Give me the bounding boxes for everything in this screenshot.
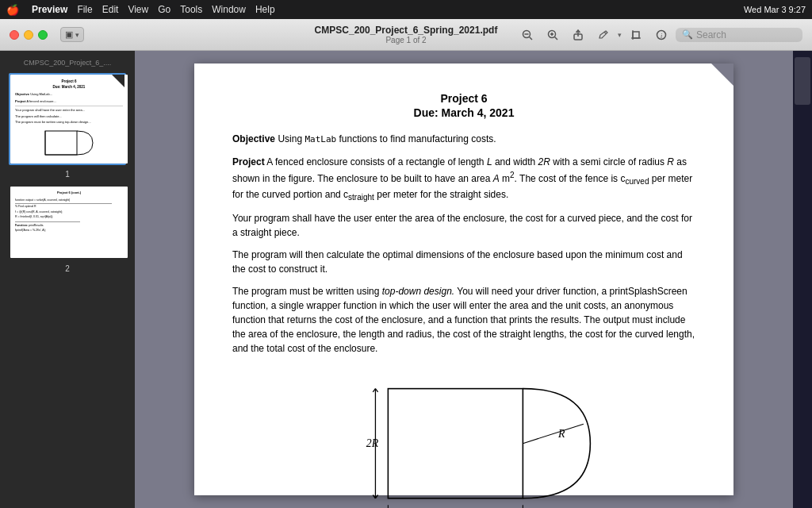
project-text1: A fenced enclosure consists of a rectang… (266, 156, 487, 167)
menu-help[interactable]: Help (255, 4, 275, 15)
menubar-time: Wed Mar 3 9:27 (744, 5, 806, 14)
chevron-down-icon: ▾ (75, 31, 79, 39)
menubar-right: Wed Mar 3 9:27 (744, 5, 806, 14)
objective-para: Objective Using MatLab functions to find… (232, 132, 695, 147)
content-area: CMPSC_200_Project_6_.... Project 6Due: M… (0, 51, 812, 508)
pdf-subtitle: Due: March 4, 2021 (232, 106, 695, 119)
project-para: Project A fenced enclosure consists of a… (232, 155, 695, 204)
menu-edit[interactable]: Edit (102, 4, 119, 15)
para3: The program will then calculate the opti… (232, 248, 695, 276)
svg-line-1 (530, 37, 533, 40)
toolbar-icons: ▾ i 🔍 (516, 25, 802, 44)
search-box: 🔍 (676, 28, 802, 42)
crop-button[interactable] (625, 25, 647, 44)
svg-line-4 (555, 37, 558, 40)
markup-chevron-icon: ▾ (618, 31, 622, 39)
zoom-out-button[interactable] (516, 25, 538, 44)
page-1-thumbnail-container: Project 6Due: March 4, 2021 Objective Us… (3, 73, 132, 180)
close-button[interactable] (10, 30, 19, 40)
svg-rect-18 (388, 389, 523, 498)
window: ▣ ▾ CMPSC_200_Project_6_Spring_2021.pdf … (0, 19, 812, 508)
project-text2: and width (492, 156, 538, 167)
page-dogear (711, 64, 733, 86)
minimize-button[interactable] (24, 30, 33, 40)
sidebar-toggle-button[interactable]: ▣ ▾ (60, 27, 84, 42)
apple-menu[interactable]: 🍎 (6, 4, 19, 16)
page-2-thumbnail-container: Project 6 (cont.) function output = solv… (3, 185, 132, 275)
right-panel (793, 51, 812, 508)
para4: The program must be written using top-do… (232, 284, 695, 356)
objective-text2: functions to find manufacturing costs. (336, 133, 496, 144)
figure-svg: 2R L R (329, 368, 599, 508)
share-button[interactable] (567, 25, 589, 44)
2R-var: 2R (538, 156, 550, 167)
sidebar: CMPSC_200_Project_6_.... Project 6Due: M… (0, 51, 135, 508)
thumb-img-2: Project 6 (cont.) function output = solv… (10, 187, 128, 258)
search-input[interactable] (696, 29, 796, 40)
svg-rect-15 (45, 131, 77, 155)
menu-file[interactable]: File (77, 4, 92, 15)
svg-text:i: i (661, 33, 662, 40)
pdf-area[interactable]: Project 6 Due: March 4, 2021 Objective U… (135, 51, 793, 508)
svg-text:2R: 2R (366, 437, 379, 449)
project-label: Project (232, 156, 265, 167)
title-filename: CMPSC_200_Project_6_Spring_2021.pdf (315, 25, 498, 36)
para4-start: The program must be written using (232, 286, 382, 297)
pdf-title: Project 6 (232, 92, 695, 105)
sidebar-filename: CMPSC_200_Project_6_.... (3, 57, 132, 68)
A-var: A (493, 173, 500, 184)
menu-window[interactable]: Window (212, 4, 246, 15)
pdf-body: Objective Using MatLab functions to find… (232, 132, 695, 508)
project-text3: with a semi circle of radius (550, 156, 667, 167)
menu-view[interactable]: View (128, 4, 148, 15)
page-2-number: 2 (65, 263, 70, 275)
menubar: 🍎 Preview File Edit View Go Tools Window… (0, 0, 812, 19)
R-var: R (667, 156, 674, 167)
title-center: CMPSC_200_Project_6_Spring_2021.pdf Page… (315, 25, 498, 44)
traffic-lights (10, 30, 48, 40)
page-1-thumbnail-page: Project 6Due: March 4, 2021 Objective Us… (10, 75, 128, 164)
thumb-img-1: Project 6Due: March 4, 2021 Objective Us… (10, 75, 128, 164)
objective-text: Using (278, 133, 304, 144)
svg-line-34 (523, 425, 584, 444)
info-button[interactable]: i (650, 25, 672, 44)
page-1-number: 1 (65, 168, 70, 180)
markup-button[interactable] (592, 25, 615, 44)
pdf-page: Project 6 Due: March 4, 2021 Objective U… (194, 64, 733, 495)
app-menu[interactable]: Preview (32, 4, 67, 15)
top-down-design: top-down design. (382, 286, 454, 297)
maximize-button[interactable] (38, 30, 48, 40)
objective-label: Objective (232, 133, 275, 144)
svg-line-9 (604, 32, 607, 33)
search-icon: 🔍 (682, 29, 693, 40)
right-panel-widget (795, 57, 810, 105)
figure-area: 2R L R (232, 368, 695, 508)
svg-rect-10 (633, 32, 639, 38)
para2: Your program shall have the user enter t… (232, 211, 695, 240)
menu-tools[interactable]: Tools (180, 4, 202, 15)
page-2-thumbnail-page: Project 6 (cont.) function output = solv… (10, 187, 128, 258)
page-2-thumbnail[interactable]: Project 6 (cont.) function output = solv… (9, 185, 126, 260)
zoom-in-button[interactable] (542, 25, 564, 44)
page-1-thumbnail[interactable]: Project 6Due: March 4, 2021 Objective Us… (9, 73, 126, 165)
sidebar-toggle-icon: ▣ (65, 29, 73, 40)
menu-go[interactable]: Go (158, 4, 170, 15)
dogear-fold (112, 75, 124, 87)
matlab-text: MatLab (304, 134, 336, 144)
title-page: Page 1 of 2 (315, 36, 498, 44)
L-var: L (487, 156, 492, 167)
titlebar: ▣ ▾ CMPSC_200_Project_6_Spring_2021.pdf … (0, 19, 812, 51)
